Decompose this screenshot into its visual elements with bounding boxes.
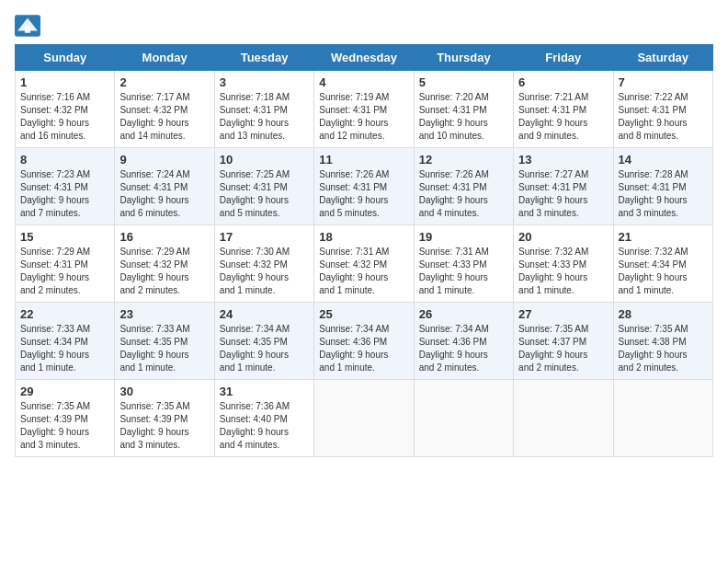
daylight-label: Daylight: 9 hoursand 2 minutes. (518, 350, 587, 373)
page-header (15, 15, 713, 37)
daylight-label: Daylight: 9 hoursand 1 minute. (319, 272, 388, 295)
week-row-1: 1 Sunrise: 7:16 AM Sunset: 4:32 PM Dayli… (16, 71, 713, 148)
sunset-label: Sunset: 4:31 PM (220, 105, 288, 115)
calendar-cell: 6 Sunrise: 7:21 AM Sunset: 4:31 PM Dayli… (514, 71, 613, 148)
day-number: 3 (220, 75, 309, 89)
daylight-label: Daylight: 9 hoursand 14 minutes. (119, 118, 188, 141)
cell-content: Sunrise: 7:31 AM Sunset: 4:33 PM Dayligh… (419, 246, 508, 297)
daylight-label: Daylight: 9 hoursand 3 minutes. (518, 195, 587, 218)
sunrise-label: Sunrise: 7:36 AM (220, 401, 290, 411)
daylight-label: Daylight: 9 hoursand 2 minutes. (619, 350, 688, 373)
cell-content: Sunrise: 7:16 AM Sunset: 4:32 PM Dayligh… (20, 91, 109, 143)
day-number: 16 (119, 230, 209, 244)
daylight-label: Daylight: 9 hoursand 3 minutes. (20, 427, 89, 450)
day-number: 7 (619, 75, 708, 89)
daylight-label: Daylight: 9 hoursand 4 minutes. (220, 427, 289, 450)
sunset-label: Sunset: 4:31 PM (419, 105, 487, 115)
header-thursday: Thursday (414, 45, 513, 71)
daylight-label: Daylight: 9 hoursand 4 minutes. (419, 195, 488, 218)
sunrise-label: Sunrise: 7:30 AM (220, 247, 290, 257)
sunrise-label: Sunrise: 7:23 AM (20, 169, 90, 179)
cell-content: Sunrise: 7:19 AM Sunset: 4:31 PM Dayligh… (319, 91, 408, 143)
daylight-label: Daylight: 9 hoursand 13 minutes. (220, 118, 289, 141)
sunrise-label: Sunrise: 7:32 AM (619, 247, 688, 257)
daylight-label: Daylight: 9 hoursand 8 minutes. (619, 118, 688, 141)
calendar-cell (514, 380, 613, 457)
sunset-label: Sunset: 4:31 PM (518, 182, 586, 192)
calendar-cell: 1 Sunrise: 7:16 AM Sunset: 4:32 PM Dayli… (16, 71, 115, 148)
day-number: 22 (20, 307, 109, 321)
calendar-cell: 26 Sunrise: 7:34 AM Sunset: 4:36 PM Dayl… (414, 303, 513, 380)
calendar-cell: 10 Sunrise: 7:25 AM Sunset: 4:31 PM Dayl… (214, 148, 313, 225)
sunrise-label: Sunrise: 7:34 AM (419, 324, 489, 334)
daylight-label: Daylight: 9 hoursand 9 minutes. (518, 118, 587, 141)
sunrise-label: Sunrise: 7:16 AM (20, 92, 90, 102)
calendar-cell: 25 Sunrise: 7:34 AM Sunset: 4:36 PM Dayl… (314, 303, 414, 380)
cell-content: Sunrise: 7:31 AM Sunset: 4:32 PM Dayligh… (319, 246, 408, 297)
sunset-label: Sunset: 4:33 PM (518, 259, 586, 270)
day-number: 26 (419, 307, 508, 321)
calendar-cell: 15 Sunrise: 7:29 AM Sunset: 4:31 PM Dayl… (16, 225, 115, 303)
calendar-cell: 8 Sunrise: 7:23 AM Sunset: 4:31 PM Dayli… (16, 148, 115, 225)
week-row-3: 15 Sunrise: 7:29 AM Sunset: 4:31 PM Dayl… (16, 225, 713, 303)
calendar-body: 1 Sunrise: 7:16 AM Sunset: 4:32 PM Dayli… (16, 71, 713, 457)
sunrise-label: Sunrise: 7:21 AM (518, 92, 588, 102)
sunrise-label: Sunrise: 7:35 AM (20, 401, 90, 411)
header-tuesday: Tuesday (214, 45, 313, 71)
calendar-cell (613, 380, 712, 457)
calendar-cell: 28 Sunrise: 7:35 AM Sunset: 4:38 PM Dayl… (613, 303, 712, 380)
cell-content: Sunrise: 7:21 AM Sunset: 4:31 PM Dayligh… (518, 91, 608, 143)
calendar-cell: 13 Sunrise: 7:27 AM Sunset: 4:31 PM Dayl… (514, 148, 613, 225)
sunset-label: Sunset: 4:32 PM (119, 105, 188, 115)
cell-content: Sunrise: 7:27 AM Sunset: 4:31 PM Dayligh… (518, 168, 608, 220)
header-friday: Friday (514, 45, 613, 71)
svg-rect-2 (25, 26, 30, 33)
day-number: 29 (20, 385, 109, 398)
cell-content: Sunrise: 7:34 AM Sunset: 4:35 PM Dayligh… (220, 323, 309, 374)
header-sunday: Sunday (16, 45, 115, 71)
day-number: 21 (619, 230, 708, 244)
sunset-label: Sunset: 4:31 PM (619, 182, 687, 192)
daylight-label: Daylight: 9 hoursand 12 minutes. (319, 118, 388, 141)
calendar-cell (314, 380, 414, 457)
day-number: 12 (419, 153, 508, 167)
daylight-label: Daylight: 9 hoursand 6 minutes. (119, 195, 188, 218)
day-number: 2 (119, 75, 209, 89)
day-number: 28 (619, 307, 708, 321)
cell-content: Sunrise: 7:23 AM Sunset: 4:31 PM Dayligh… (20, 168, 109, 220)
logo-icon (15, 15, 40, 37)
cell-content: Sunrise: 7:24 AM Sunset: 4:31 PM Dayligh… (119, 168, 209, 220)
day-number: 15 (20, 230, 109, 244)
sunrise-label: Sunrise: 7:29 AM (119, 247, 189, 257)
calendar-cell: 31 Sunrise: 7:36 AM Sunset: 4:40 PM Dayl… (214, 380, 313, 457)
calendar-cell: 27 Sunrise: 7:35 AM Sunset: 4:37 PM Dayl… (514, 303, 613, 380)
calendar-cell: 24 Sunrise: 7:34 AM Sunset: 4:35 PM Dayl… (214, 303, 313, 380)
sunrise-label: Sunrise: 7:32 AM (518, 247, 588, 257)
sunrise-label: Sunrise: 7:17 AM (119, 92, 189, 102)
cell-content: Sunrise: 7:20 AM Sunset: 4:31 PM Dayligh… (419, 91, 508, 143)
daylight-label: Daylight: 9 hoursand 2 minutes. (419, 350, 488, 373)
calendar-cell: 16 Sunrise: 7:29 AM Sunset: 4:32 PM Dayl… (115, 225, 214, 303)
daylight-label: Daylight: 9 hoursand 3 minutes. (119, 427, 188, 450)
sunset-label: Sunset: 4:31 PM (119, 182, 188, 192)
daylight-label: Daylight: 9 hoursand 1 minute. (119, 350, 188, 373)
sunset-label: Sunset: 4:31 PM (419, 182, 487, 192)
day-number: 10 (220, 153, 309, 167)
cell-content: Sunrise: 7:32 AM Sunset: 4:33 PM Dayligh… (518, 246, 608, 297)
sunset-label: Sunset: 4:36 PM (419, 337, 487, 347)
sunrise-label: Sunrise: 7:24 AM (119, 169, 189, 179)
cell-content: Sunrise: 7:30 AM Sunset: 4:32 PM Dayligh… (220, 246, 309, 297)
day-number: 14 (619, 153, 708, 167)
calendar-cell: 23 Sunrise: 7:33 AM Sunset: 4:35 PM Dayl… (115, 303, 214, 380)
calendar-cell: 30 Sunrise: 7:35 AM Sunset: 4:39 PM Dayl… (115, 380, 214, 457)
calendar-cell: 2 Sunrise: 7:17 AM Sunset: 4:32 PM Dayli… (115, 71, 214, 148)
sunset-label: Sunset: 4:37 PM (518, 337, 586, 347)
daylight-label: Daylight: 9 hoursand 2 minutes. (20, 272, 89, 295)
daylight-label: Daylight: 9 hoursand 5 minutes. (319, 195, 388, 218)
sunrise-label: Sunrise: 7:18 AM (220, 92, 290, 102)
sunset-label: Sunset: 4:31 PM (319, 182, 387, 192)
cell-content: Sunrise: 7:34 AM Sunset: 4:36 PM Dayligh… (419, 323, 508, 374)
daylight-label: Daylight: 9 hoursand 5 minutes. (220, 195, 289, 218)
daylight-label: Daylight: 9 hoursand 1 minute. (419, 272, 488, 295)
sunset-label: Sunset: 4:31 PM (319, 105, 387, 115)
